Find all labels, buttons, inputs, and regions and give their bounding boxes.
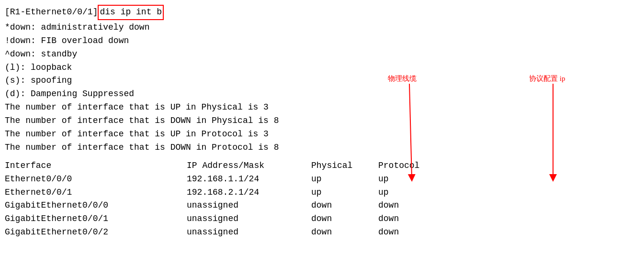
cell-physical: down — [311, 212, 378, 226]
info-line-5: (s): spoofing — [5, 74, 639, 88]
table-row: GigabitEthernet0/0/2 unassigned down dow… — [5, 226, 639, 239]
cell-interface: GigabitEthernet0/0/1 — [5, 212, 187, 226]
count-up-physical: The number of interface that is UP in Ph… — [5, 101, 639, 114]
cell-protocol: up — [378, 173, 445, 186]
cell-ip: unassigned — [187, 212, 311, 226]
cell-physical: down — [311, 199, 378, 212]
cell-ip: unassigned — [187, 226, 311, 239]
cell-interface: GigabitEthernet0/0/2 — [5, 226, 187, 239]
cell-interface: Ethernet0/0/0 — [5, 173, 187, 186]
command-box: dis ip int b — [98, 5, 164, 20]
header-physical: Physical — [311, 159, 378, 173]
info-line-4: (l): loopback — [5, 61, 639, 75]
cell-physical: down — [311, 226, 378, 239]
header-protocol: Protocol — [378, 159, 445, 173]
interface-table: Interface IP Address/Mask Physical Proto… — [5, 159, 639, 239]
header-interface: Interface — [5, 159, 187, 173]
info-line-2: !down: FIB overload down — [5, 34, 639, 48]
count-down-protocol: The number of interface that is DOWN in … — [5, 141, 639, 155]
cell-physical: up — [311, 186, 378, 199]
cell-ip: 192.168.2.1/24 — [187, 186, 311, 199]
cell-interface: Ethernet0/0/1 — [5, 186, 187, 199]
cell-protocol: down — [378, 226, 445, 239]
cell-ip: unassigned — [187, 199, 311, 212]
info-line-1: *down: administratively down — [5, 21, 639, 34]
table-row: Ethernet0/0/1 192.168.2.1/24 up up — [5, 186, 639, 199]
table-header-row: Interface IP Address/Mask Physical Proto… — [5, 159, 639, 173]
cell-physical: up — [311, 173, 378, 186]
command-line: [R1-Ethernet0/0/1]dis ip int b — [5, 5, 639, 20]
cell-protocol: up — [378, 186, 445, 199]
count-down-physical: The number of interface that is DOWN in … — [5, 114, 639, 128]
count-up-protocol: The number of interface that is UP in Pr… — [5, 128, 639, 141]
table-row: GigabitEthernet0/0/1 unassigned down dow… — [5, 212, 639, 226]
table-row: GigabitEthernet0/0/0 unassigned down dow… — [5, 199, 639, 212]
table-row: Ethernet0/0/0 192.168.1.1/24 up up — [5, 173, 639, 186]
table-body: Ethernet0/0/0 192.168.1.1/24 up up Ether… — [5, 173, 639, 239]
header-ip: IP Address/Mask — [187, 159, 311, 173]
cell-protocol: down — [378, 212, 445, 226]
cell-interface: GigabitEthernet0/0/0 — [5, 199, 187, 212]
terminal-output: [R1-Ethernet0/0/1]dis ip int b *down: ad… — [0, 0, 644, 244]
info-line-3: ^down: standby — [5, 48, 639, 61]
prompt: [R1-Ethernet0/0/1] — [5, 6, 98, 19]
cell-ip: 192.168.1.1/24 — [187, 173, 311, 186]
info-line-6: (d): Dampening Suppressed — [5, 88, 639, 101]
cell-protocol: down — [378, 199, 445, 212]
